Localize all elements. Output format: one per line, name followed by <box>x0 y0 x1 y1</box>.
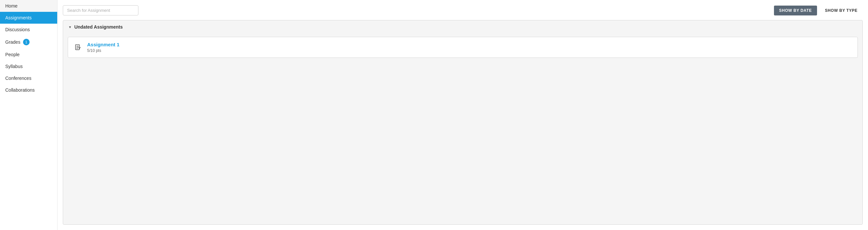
assignment-icon <box>73 43 83 52</box>
sidebar-item-discussions[interactable]: Discussions <box>0 24 57 35</box>
sidebar-item-label: Home <box>5 3 18 8</box>
sidebar-item-label: Assignments <box>5 15 32 20</box>
main-content: SHOW BY DATE SHOW BY TYPE ▼ Undated Assi… <box>58 0 868 230</box>
group-header[interactable]: ▼ Undated Assignments <box>63 20 862 34</box>
sidebar-item-label: Conferences <box>5 75 31 81</box>
show-by-date-button[interactable]: SHOW BY DATE <box>774 6 817 15</box>
search-input[interactable] <box>63 5 138 15</box>
sidebar-item-grades[interactable]: Grades1 <box>0 35 57 48</box>
assignment-title[interactable]: Assignment 1 <box>87 42 119 47</box>
sidebar-item-label: Discussions <box>5 27 30 32</box>
assignment-info: Assignment 1 5/10 pts <box>87 42 119 53</box>
view-toggle-buttons: SHOW BY DATE SHOW BY TYPE <box>774 6 863 15</box>
sidebar-item-home[interactable]: Home <box>0 0 57 12</box>
badge: 1 <box>23 39 30 45</box>
toolbar: SHOW BY DATE SHOW BY TYPE <box>63 5 863 15</box>
sidebar-item-syllabus[interactable]: Syllabus <box>0 61 57 72</box>
group-label: Undated Assignments <box>74 24 123 30</box>
assignment-pts: 5/10 pts <box>87 48 119 53</box>
show-by-type-button[interactable]: SHOW BY TYPE <box>820 6 863 15</box>
sidebar: HomeAssignmentsDiscussionsGrades1PeopleS… <box>0 0 58 230</box>
sidebar-item-people[interactable]: People <box>0 48 57 61</box>
sidebar-item-conferences[interactable]: Conferences <box>0 72 57 84</box>
sidebar-item-label: Grades <box>5 39 20 45</box>
assignment-item[interactable]: Assignment 1 5/10 pts <box>68 37 858 58</box>
sidebar-item-label: Syllabus <box>5 64 23 69</box>
sidebar-item-label: Collaborations <box>5 88 35 93</box>
collapse-arrow-icon: ▼ <box>68 25 72 29</box>
sidebar-item-collaborations[interactable]: Collaborations <box>0 84 57 96</box>
assignments-container: ▼ Undated Assignments Assignment 1 5/10 … <box>63 20 863 225</box>
sidebar-item-label: People <box>5 52 20 57</box>
sidebar-item-assignments[interactable]: Assignments <box>0 12 57 24</box>
